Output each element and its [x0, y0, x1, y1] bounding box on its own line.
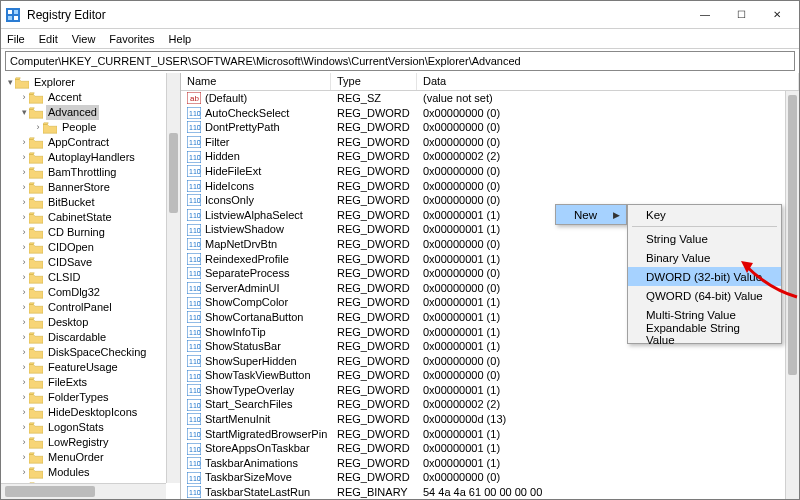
expand-icon[interactable]: › [19, 255, 29, 270]
value-row[interactable]: 110Hidden REG_DWORD 0x00000002 (2) [181, 149, 799, 164]
tree-node[interactable]: ›FolderTypes [3, 390, 180, 405]
list-scrollbar-vertical[interactable] [785, 91, 799, 499]
menu-view[interactable]: View [72, 33, 96, 45]
expand-icon[interactable]: › [19, 330, 29, 345]
tree-node[interactable]: ›DiskSpaceChecking [3, 345, 180, 360]
menu-favorites[interactable]: Favorites [109, 33, 154, 45]
expand-icon[interactable]: › [19, 345, 29, 360]
tree-node[interactable]: ›BitBucket [3, 195, 180, 210]
expand-icon[interactable]: ▾ [19, 105, 29, 120]
context-item[interactable]: Key [628, 205, 781, 224]
tree-node[interactable]: ›AutoplayHandlers [3, 150, 180, 165]
tree-node[interactable]: ›BamThrottling [3, 165, 180, 180]
context-item-new[interactable]: New ▶ [556, 205, 626, 224]
expand-icon[interactable]: › [19, 420, 29, 435]
tree-node-explorer[interactable]: ▾Explorer [3, 75, 180, 90]
tree-scrollbar-vertical[interactable] [166, 73, 180, 483]
menu-file[interactable]: File [7, 33, 25, 45]
context-item[interactable]: Binary Value [628, 248, 781, 267]
menu-help[interactable]: Help [169, 33, 192, 45]
column-name[interactable]: Name [181, 73, 331, 90]
tree-scrollbar-horizontal[interactable] [1, 483, 166, 499]
value-row[interactable]: 110HideIcons REG_DWORD 0x00000000 (0) [181, 179, 799, 194]
expand-icon[interactable]: › [33, 120, 43, 135]
menu-edit[interactable]: Edit [39, 33, 58, 45]
tree-node[interactable]: ›MenuOrder [3, 450, 180, 465]
context-item[interactable]: Expandable String Value [628, 324, 781, 343]
tree-node[interactable]: ›FeatureUsage [3, 360, 180, 375]
expand-icon[interactable]: › [19, 195, 29, 210]
tree-node[interactable]: ›CLSID [3, 270, 180, 285]
context-item[interactable]: QWORD (64-bit) Value [628, 286, 781, 305]
close-button[interactable]: ✕ [759, 3, 795, 27]
expand-icon[interactable]: › [19, 240, 29, 255]
value-row[interactable]: 110ShowTaskViewButton REG_DWORD 0x000000… [181, 368, 799, 383]
expand-icon[interactable]: › [19, 465, 29, 480]
value-row[interactable]: 110DontPrettyPath REG_DWORD 0x00000000 (… [181, 120, 799, 135]
tree-node[interactable]: ›LogonStats [3, 420, 180, 435]
value-row[interactable]: 110TaskbarStateLastRun REG_BINARY 54 4a … [181, 485, 799, 499]
value-row[interactable]: 110HideFileExt REG_DWORD 0x00000000 (0) [181, 164, 799, 179]
value-name: 110TaskbarStateLastRun [181, 485, 331, 499]
tree-node[interactable]: ›LowRegistry [3, 435, 180, 450]
expand-icon[interactable]: › [19, 225, 29, 240]
maximize-button[interactable]: ☐ [723, 3, 759, 27]
value-row[interactable]: 110StoreAppsOnTaskbar REG_DWORD 0x000000… [181, 441, 799, 456]
tree-node[interactable]: ›HideDesktopIcons [3, 405, 180, 420]
value-row[interactable]: 110TaskbarAnimations REG_DWORD 0x0000000… [181, 456, 799, 471]
value-row[interactable]: 110ShowSuperHidden REG_DWORD 0x00000000 … [181, 354, 799, 369]
expand-icon[interactable]: › [19, 285, 29, 300]
expand-icon[interactable]: › [19, 210, 29, 225]
value-row[interactable]: 110Filter REG_DWORD 0x00000000 (0) [181, 135, 799, 150]
scrollbar-thumb[interactable] [788, 95, 797, 375]
tree-node[interactable]: ›CabinetState [3, 210, 180, 225]
tree-node[interactable]: ›ControlPanel [3, 300, 180, 315]
tree-node[interactable]: ›Desktop [3, 315, 180, 330]
value-row[interactable]: 110Start_SearchFiles REG_DWORD 0x0000000… [181, 397, 799, 412]
tree-node[interactable]: ▾Advanced [3, 105, 180, 120]
expand-icon[interactable]: › [19, 270, 29, 285]
expand-icon[interactable]: › [19, 90, 29, 105]
tree-node[interactable]: ›AppContract [3, 135, 180, 150]
expand-icon[interactable]: › [19, 315, 29, 330]
value-row[interactable]: ab(Default) REG_SZ (value not set) [181, 91, 799, 106]
tree-node[interactable]: ›CIDSave [3, 255, 180, 270]
tree-node[interactable]: ›ComDlg32 [3, 285, 180, 300]
expand-icon[interactable]: › [19, 150, 29, 165]
column-type[interactable]: Type [331, 73, 417, 90]
tree-node[interactable]: ›FileExts [3, 375, 180, 390]
expand-icon[interactable]: › [19, 300, 29, 315]
expand-icon[interactable]: › [19, 390, 29, 405]
expand-icon[interactable]: › [19, 165, 29, 180]
expand-icon[interactable]: › [19, 450, 29, 465]
value-name: 110TaskbarSizeMove [181, 470, 331, 485]
value-row[interactable]: 110ShowTypeOverlay REG_DWORD 0x00000001 … [181, 383, 799, 398]
tree-node[interactable]: ›CIDOpen [3, 240, 180, 255]
column-data[interactable]: Data [417, 73, 799, 90]
address-bar[interactable]: Computer\HKEY_CURRENT_USER\SOFTWARE\Micr… [5, 51, 795, 71]
tree-node[interactable]: ›People [3, 120, 180, 135]
tree-label: LowRegistry [46, 435, 111, 450]
value-row[interactable]: 110TaskbarSizeMove REG_DWORD 0x00000000 … [181, 470, 799, 485]
tree-node[interactable]: ›Discardable [3, 330, 180, 345]
expand-icon[interactable]: › [19, 180, 29, 195]
value-row[interactable]: 110StartMenuInit REG_DWORD 0x0000000d (1… [181, 412, 799, 427]
expand-icon[interactable]: › [19, 360, 29, 375]
tree-label: BannerStore [46, 180, 112, 195]
tree-node[interactable]: ›Accent [3, 90, 180, 105]
value-row[interactable]: 110StartMigratedBrowserPin REG_DWORD 0x0… [181, 427, 799, 442]
context-item[interactable]: DWORD (32-bit) Value [628, 267, 781, 286]
expand-icon[interactable]: › [19, 375, 29, 390]
expand-icon[interactable]: › [19, 435, 29, 450]
expand-icon[interactable]: › [19, 405, 29, 420]
expand-icon[interactable]: › [19, 135, 29, 150]
tree-node[interactable]: ›BannerStore [3, 180, 180, 195]
scrollbar-thumb[interactable] [169, 133, 178, 213]
expand-icon[interactable]: ▾ [5, 75, 15, 90]
tree-node[interactable]: ›CD Burning [3, 225, 180, 240]
context-item[interactable]: String Value [628, 229, 781, 248]
value-row[interactable]: 110AutoCheckSelect REG_DWORD 0x00000000 … [181, 106, 799, 121]
tree-node[interactable]: ›Modules [3, 465, 180, 480]
minimize-button[interactable]: — [687, 3, 723, 27]
scrollbar-thumb[interactable] [5, 486, 95, 497]
